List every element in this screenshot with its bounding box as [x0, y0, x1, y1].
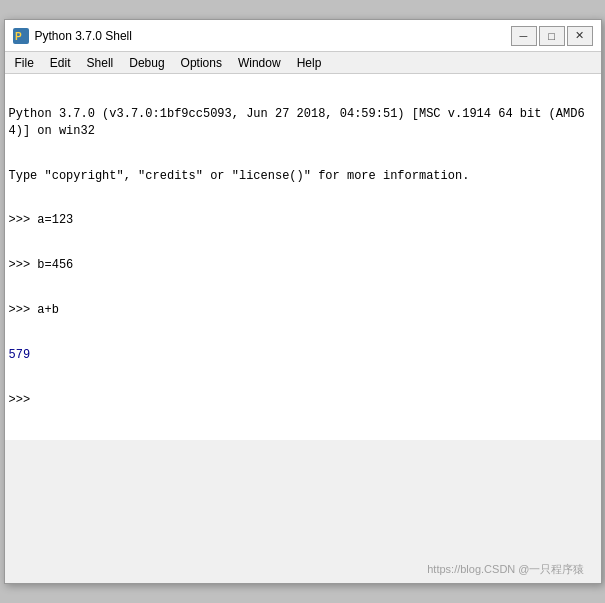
minimize-button[interactable]: ─: [511, 26, 537, 46]
menu-shell[interactable]: Shell: [79, 54, 122, 72]
shell-line-3: >>> a=123: [9, 212, 597, 229]
svg-text:P: P: [15, 31, 22, 42]
main-window: P Python 3.7.0 Shell ─ □ ✕ File Edit She…: [4, 19, 602, 584]
shell-output[interactable]: Python 3.7.0 (v3.7.0:1bf9cc5093, Jun 27 …: [5, 74, 601, 440]
menu-bar: File Edit Shell Debug Options Window Hel…: [5, 52, 601, 74]
shell-line-4: >>> b=456: [9, 257, 597, 274]
watermark: https://blog.CSDN @一只程序猿: [427, 562, 584, 577]
menu-window[interactable]: Window: [230, 54, 289, 72]
shell-line-7: >>>: [9, 392, 597, 409]
maximize-button[interactable]: □: [539, 26, 565, 46]
menu-help[interactable]: Help: [289, 54, 330, 72]
close-button[interactable]: ✕: [567, 26, 593, 46]
shell-line-6: 579: [9, 347, 597, 364]
shell-line-2: Type "copyright", "credits" or "license(…: [9, 168, 597, 185]
window-title: Python 3.7.0 Shell: [35, 29, 511, 43]
window-controls: ─ □ ✕: [511, 26, 593, 46]
shell-wrapper: Python 3.7.0 (v3.7.0:1bf9cc5093, Jun 27 …: [5, 74, 601, 583]
shell-line-1: Python 3.7.0 (v3.7.0:1bf9cc5093, Jun 27 …: [9, 106, 597, 140]
title-bar: P Python 3.7.0 Shell ─ □ ✕: [5, 20, 601, 52]
menu-options[interactable]: Options: [173, 54, 230, 72]
menu-edit[interactable]: Edit: [42, 54, 79, 72]
menu-debug[interactable]: Debug: [121, 54, 172, 72]
app-icon: P: [13, 28, 29, 44]
shell-line-5: >>> a+b: [9, 302, 597, 319]
menu-file[interactable]: File: [7, 54, 42, 72]
